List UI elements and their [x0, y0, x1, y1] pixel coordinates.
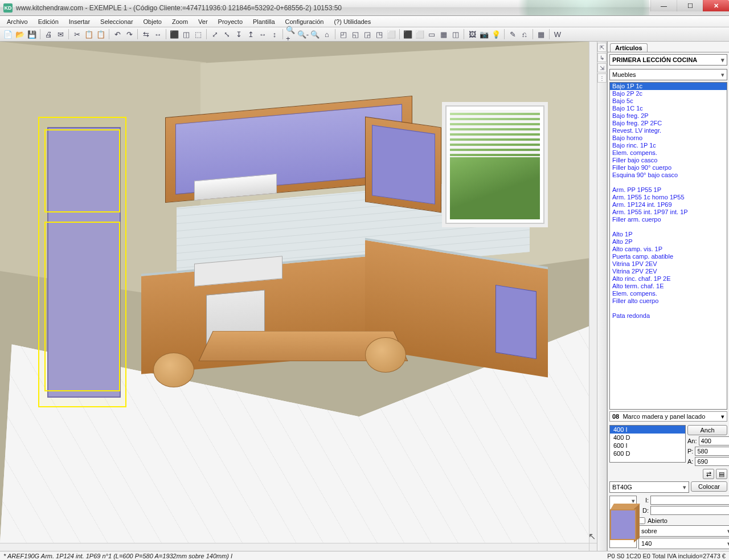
toolbar-button[interactable]: ▭ — [426, 28, 437, 40]
menu-proyecto[interactable]: Proyecto — [214, 17, 247, 26]
toolbar-button[interactable]: 📋 — [83, 28, 95, 40]
vtoolbar-button[interactable]: ⋮ — [597, 73, 607, 83]
article-item[interactable]: Bajo 1C 1c — [610, 105, 727, 112]
details-button[interactable]: ▤ — [716, 469, 727, 479]
toolbar-button[interactable]: W — [552, 28, 563, 40]
toolbar-button[interactable]: ⬜ — [414, 28, 425, 40]
category-dropdown[interactable]: Muebles ▾ — [609, 69, 727, 80]
toolbar-button[interactable]: 📂 — [14, 28, 26, 40]
toolbar-button[interactable]: 💾 — [26, 28, 38, 40]
place-button[interactable]: Colocar — [691, 481, 727, 492]
article-item[interactable]: Alto rinc. chaf. 1P 2E — [610, 275, 727, 283]
toolbar-button[interactable]: ↔ — [257, 28, 268, 40]
toolbar-button[interactable]: ◫ — [450, 28, 461, 40]
toolbar-button[interactable]: ▦ — [438, 28, 449, 40]
input-width[interactable] — [699, 436, 729, 445]
toolbar-button[interactable]: 📋 — [95, 28, 107, 40]
article-item[interactable]: Arm. 1P55 int. 1P97 int. 1P — [610, 209, 727, 216]
toolbar-button[interactable]: ◫ — [181, 28, 192, 40]
width-button[interactable]: Anch — [687, 425, 727, 435]
article-item[interactable]: Alto 1P — [610, 231, 727, 238]
toolbar-button[interactable]: ↕ — [269, 28, 280, 40]
article-item[interactable] — [610, 179, 727, 186]
toolbar-button[interactable]: ◳ — [374, 28, 385, 40]
article-item[interactable]: Esquina 90° bajo casco — [610, 171, 727, 179]
article-item[interactable]: Bajo 2P 2c — [610, 90, 727, 97]
pose-height-dropdown[interactable]: 140 ▾ — [638, 538, 729, 549]
article-item[interactable]: Bajo 1P 1c — [610, 83, 727, 90]
article-item[interactable] — [610, 223, 727, 231]
article-item[interactable]: Vitrina 1PV 2EV — [610, 260, 727, 268]
article-item[interactable] — [610, 305, 727, 312]
toolbar-button[interactable]: ⬛ — [169, 28, 180, 40]
toolbar-button[interactable]: ↷ — [124, 28, 135, 40]
size-list[interactable]: 400 I400 D600 I600 D — [609, 425, 686, 463]
input-depth[interactable] — [695, 447, 729, 456]
toolbar-button[interactable]: ↧ — [233, 28, 244, 40]
menu-ver[interactable]: Ver — [194, 17, 212, 26]
article-item[interactable]: Arm. PP 1P55 1P — [610, 186, 727, 194]
vtoolbar-button[interactable]: ⇱ — [597, 43, 607, 52]
close-button[interactable]: ✕ — [703, 0, 729, 11]
size-option[interactable]: 400 D — [610, 434, 685, 442]
article-item[interactable]: Bajo 5c — [610, 97, 727, 105]
reference-dropdown[interactable]: BT40G ▾ — [609, 481, 689, 493]
menu-insertar[interactable]: Insertar — [64, 17, 95, 26]
vtoolbar-button[interactable]: ⇲ — [597, 63, 607, 72]
article-item[interactable]: Filler alto cuerpo — [610, 297, 727, 305]
article-item[interactable]: Filler bajo 90° cuerpo — [610, 164, 727, 171]
toolbar-button[interactable]: ↥ — [245, 28, 256, 40]
catalog-dropdown[interactable]: PRIMERA LECCIÓN COCINA ▾ — [609, 54, 727, 66]
size-option[interactable]: 600 D — [610, 449, 685, 457]
toolbar-button[interactable]: 🖨 — [43, 28, 54, 40]
article-list[interactable]: Bajo 1P 1cBajo 2P 2cBajo 5cBajo 1C 1cBaj… — [609, 82, 727, 410]
model-row[interactable]: 08 Marco madera y panel lacado ▾ — [609, 411, 727, 422]
menu-configuraci-n[interactable]: Configuración — [281, 17, 329, 26]
pose-dropdown[interactable]: sobre ▾ — [638, 525, 729, 537]
toolbar-button[interactable]: 📷 — [478, 28, 490, 40]
menu-zoom[interactable]: Zoom — [167, 17, 193, 26]
menu-archivo[interactable]: Archivo — [2, 17, 32, 26]
maximize-button[interactable]: ☐ — [677, 0, 703, 11]
toolbar-button[interactable]: ◱ — [350, 28, 361, 40]
3d-viewport[interactable] — [0, 42, 589, 543]
article-thumbnail[interactable]: ▾ — [609, 496, 637, 548]
toolbar-button[interactable]: ⤡ — [221, 28, 232, 40]
toolbar-button[interactable]: ⬛ — [402, 28, 413, 40]
menu-objeto[interactable]: Objeto — [139, 17, 166, 26]
article-item[interactable]: Vitrina 2PV 2EV — [610, 268, 727, 275]
toolbar-button[interactable]: ↔ — [152, 28, 163, 40]
swap-button[interactable]: ⇄ — [703, 469, 714, 479]
article-item[interactable]: Bajo freg. 2P — [610, 112, 727, 120]
toolbar-button[interactable]: ⬜ — [386, 28, 397, 40]
menu-plantilla[interactable]: Plantilla — [248, 17, 280, 26]
article-item[interactable]: Puerta camp. abatible — [610, 253, 727, 260]
menu-seleccionar[interactable]: Seleccionar — [96, 17, 137, 26]
toolbar-button[interactable]: ◰ — [338, 28, 349, 40]
menu--utilidades[interactable]: (?) Utilidades — [329, 17, 375, 26]
article-item[interactable]: Filler bajo casco — [610, 157, 727, 164]
toolbar-button[interactable]: ✎ — [507, 28, 518, 40]
toolbar-button[interactable]: ⎌ — [519, 28, 530, 40]
toolbar-button[interactable]: ⬚ — [193, 28, 204, 40]
article-item[interactable]: Bajo horno — [610, 134, 727, 142]
input-i[interactable] — [650, 496, 729, 505]
selected-object-wireframe[interactable] — [38, 117, 126, 407]
toolbar-button[interactable]: 🖼 — [466, 28, 478, 40]
tab-articulos[interactable]: Artículos — [610, 43, 648, 52]
toolbar-button[interactable]: ▦ — [535, 28, 547, 40]
article-item[interactable]: Revest. LV integr. — [610, 127, 727, 134]
size-option[interactable]: 600 I — [610, 442, 685, 449]
toolbar-button[interactable]: 🔍+ — [285, 28, 297, 40]
vtoolbar-button[interactable]: ↳ — [597, 53, 607, 62]
viewport-scrollbar-horizontal[interactable] — [0, 543, 589, 551]
toolbar-button[interactable]: ✉ — [55, 28, 66, 40]
viewport-scrollbar-vertical[interactable] — [589, 42, 597, 543]
article-item[interactable]: Arm. 1P124 int. 1P69 — [610, 201, 727, 209]
toolbar-button[interactable]: ◲ — [362, 28, 373, 40]
toolbar-button[interactable]: ✂ — [71, 28, 83, 40]
size-option[interactable]: 400 I — [610, 426, 685, 434]
minimize-button[interactable]: — — [650, 0, 677, 11]
input-d[interactable] — [650, 506, 729, 515]
article-item[interactable]: Pata redonda — [610, 312, 727, 320]
